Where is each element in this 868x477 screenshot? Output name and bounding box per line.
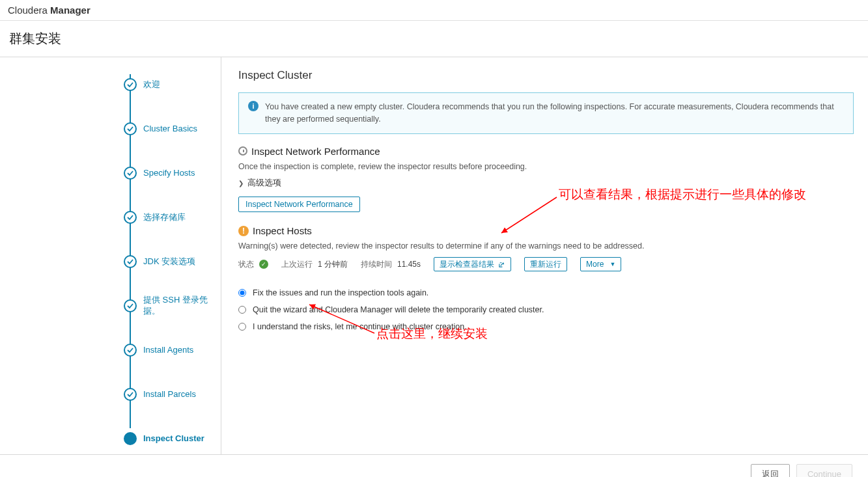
step-label: Inspect Cluster: [143, 433, 204, 444]
brand-light: Cloudera: [8, 5, 50, 16]
step-cluster-basics[interactable]: Cluster Basics: [124, 107, 221, 151]
brand: Cloudera Manager: [8, 5, 91, 16]
check-icon: [124, 299, 137, 312]
more-button[interactable]: More ▼: [580, 257, 621, 271]
radio-quit-input[interactable]: [238, 306, 246, 314]
step-label: Specify Hosts: [143, 168, 195, 179]
step-install-agents[interactable]: Install Agents: [124, 328, 221, 372]
status-label: 状态: [238, 259, 254, 270]
warning-icon: !: [238, 226, 249, 236]
lastrun-label: 上次运行: [281, 259, 313, 270]
check-icon: [124, 122, 137, 135]
svg-line-0: [501, 197, 557, 233]
step-label: 选择存储库: [143, 212, 186, 223]
adv-options-label: 高级选项: [247, 178, 281, 189]
step-label: JDK 安装选项: [143, 256, 195, 267]
step-label: 欢迎: [143, 79, 160, 90]
check-icon: [124, 344, 137, 357]
step-jdk[interactable]: JDK 安装选项: [124, 239, 221, 284]
step-specify-hosts[interactable]: Specify Hosts: [124, 151, 221, 195]
lastrun-value: 1 分钟前: [318, 259, 348, 270]
status-row: 状态 ✓ 上次运行 1 分钟前 持续时间 11.45s 显示检查器结果 重新运行…: [238, 257, 854, 271]
step-label: 提供 SSH 登录凭 据。: [143, 295, 215, 317]
svg-line-1: [309, 305, 374, 333]
step-label: Install Agents: [143, 345, 193, 356]
network-desc: Once the inspection is complete, review …: [238, 162, 854, 171]
duration-group: 持续时间 11.45s: [361, 259, 421, 270]
network-section-title: Inspect Network Performance: [251, 146, 380, 157]
brand-bold: Manager: [50, 5, 91, 16]
check-icon: [124, 211, 137, 224]
back-button[interactable]: 返回: [751, 464, 790, 477]
advanced-options-toggle[interactable]: ❯ 高级选项: [238, 178, 854, 189]
check-icon: [124, 78, 137, 91]
step-label: Cluster Basics: [143, 124, 197, 135]
wizard-sidebar: 欢迎 Cluster Basics Specify Hosts 选择存储库 JD…: [0, 57, 221, 454]
radio-fix-label: Fix the issues and run the inspection to…: [253, 288, 428, 297]
hosts-desc: Warning(s) were detected, review the ins…: [238, 241, 854, 251]
layout: 欢迎 Cluster Basics Specify Hosts 选择存储库 JD…: [0, 57, 868, 454]
step-repo[interactable]: 选择存储库: [124, 195, 221, 239]
network-section-head: Inspect Network Performance: [238, 146, 854, 157]
info-banner: i You have created a new empty cluster. …: [238, 92, 854, 134]
info-icon: i: [248, 101, 259, 111]
inspect-cluster-heading: Inspect Cluster: [238, 69, 854, 82]
wizard-footer: 返回 Continue https://datamining.blog.csdn…: [0, 454, 868, 477]
radio-fix-input[interactable]: [238, 289, 246, 297]
show-results-button[interactable]: 显示检查器结果: [434, 257, 511, 271]
check-icon: [124, 255, 137, 268]
chevron-right-icon: ❯: [238, 180, 244, 187]
radio-fix[interactable]: Fix the issues and run the inspection to…: [238, 288, 854, 297]
status-group: 状态 ✓: [238, 259, 268, 270]
continue-button[interactable]: Continue: [796, 464, 852, 477]
duration-value: 11.45s: [397, 260, 421, 269]
annotation-arrow-1: [482, 194, 567, 239]
info-text: You have created a new empty cluster. Cl…: [265, 101, 844, 126]
step-label: Install Parcels: [143, 389, 196, 400]
clock-icon: [238, 146, 247, 156]
radio-understand-input[interactable]: [238, 323, 246, 331]
show-results-label: 显示检查器结果: [440, 260, 494, 268]
step-welcome[interactable]: 欢迎: [124, 62, 221, 107]
chevron-down-icon: ▼: [609, 262, 615, 267]
ok-icon: ✓: [259, 260, 268, 269]
current-step-icon: [124, 432, 137, 445]
annotation-arrow-2: [300, 301, 384, 340]
duration-label: 持续时间: [361, 259, 392, 270]
page-title: 群集安装: [0, 21, 868, 57]
step-ssh[interactable]: 提供 SSH 登录凭 据。: [124, 284, 221, 328]
check-icon: [124, 388, 137, 401]
lastrun-group: 上次运行 1 分钟前: [281, 259, 348, 270]
external-link-icon: [498, 261, 505, 268]
check-icon: [124, 167, 137, 180]
more-label: More: [586, 260, 604, 268]
main-panel: Inspect Cluster i You have created a new…: [221, 57, 868, 454]
hosts-section-title: Inspect Hosts: [253, 225, 312, 236]
step-install-parcels[interactable]: Install Parcels: [124, 372, 221, 416]
global-header: Cloudera Manager: [0, 0, 868, 21]
rerun-button[interactable]: 重新运行: [524, 257, 567, 271]
radio-quit-label: Quit the wizard and Cloudera Manager wil…: [253, 305, 544, 314]
inspect-network-button[interactable]: Inspect Network Performance: [238, 197, 360, 213]
